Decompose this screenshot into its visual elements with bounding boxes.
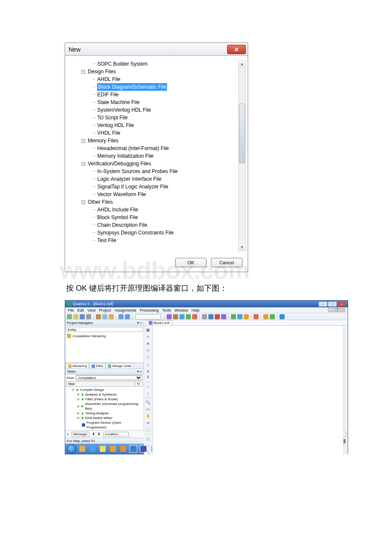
tool-icon[interactable]	[244, 314, 249, 319]
menu-project[interactable]: Project	[99, 308, 111, 312]
open-file-icon[interactable]	[73, 314, 78, 319]
tasks-tree[interactable]: ⊟Compile Design⊞Analysis & Synthesis⊞Fit…	[65, 387, 144, 430]
minimize-icon[interactable]: –	[319, 302, 327, 306]
tree-item[interactable]: −Memory Files	[71, 137, 238, 145]
paste-icon[interactable]	[109, 314, 114, 319]
menu-help[interactable]: Help	[192, 308, 200, 312]
bus-tool-icon[interactable]: ┓	[146, 368, 151, 373]
folder-icon[interactable]	[100, 446, 106, 452]
help-icon[interactable]	[280, 314, 285, 319]
tree-item[interactable]: −Other Files	[71, 198, 238, 206]
tool-icon[interactable]	[221, 314, 226, 319]
task-row[interactable]: ⊞Timing Analysis	[67, 411, 142, 416]
nav-tabs[interactable]: HierarchyFilesDesign Units	[65, 362, 144, 368]
tree-item[interactable]: ┈AHDL File	[71, 75, 238, 83]
menu-bar[interactable]: FileEditViewProjectAssignmentsProcessing…	[65, 307, 348, 313]
copy-icon[interactable]	[102, 314, 107, 319]
hierarchy-row[interactable]: Compilation Hierarchy	[65, 333, 144, 339]
pointer-icon[interactable]: ↖	[146, 334, 151, 339]
menu-view[interactable]: View	[87, 308, 95, 312]
tool-icon[interactable]	[186, 314, 191, 319]
tool-icon[interactable]	[231, 314, 236, 319]
message-type-combo[interactable]: Message:	[72, 432, 90, 437]
expander-icon[interactable]: −	[81, 162, 85, 166]
flip-h-icon[interactable]: ↔	[146, 384, 151, 389]
task-row[interactable]: Program Device (Open Programmer)	[67, 420, 142, 430]
tree-item[interactable]: ┈EDIF File	[71, 91, 238, 98]
tool-icon[interactable]	[192, 314, 197, 319]
pan-icon[interactable]: ⇔	[146, 420, 151, 425]
task-row[interactable]: ⊞Assembler (Generate programming files)	[67, 402, 142, 411]
window-titlebar[interactable]: Quartus II - [Block1.bdf] – □ ×	[65, 301, 348, 307]
close-icon[interactable]: ×	[337, 302, 346, 306]
tool-icon[interactable]	[173, 314, 178, 319]
task-row[interactable]: ⊞Fitter (Place & Route)	[67, 397, 142, 402]
scrollbar-vertical[interactable]: ▲ ▼	[238, 60, 246, 251]
editor-tab-block1[interactable]: Block1.bdf	[146, 320, 172, 325]
file-type-tree[interactable]: ┈SOPC Builder System−Design Files┈AHDL F…	[71, 60, 238, 251]
tree-item[interactable]: ┈Memory Initialization File	[71, 152, 238, 160]
tree-item[interactable]: ┈VHDL File	[71, 129, 238, 137]
menu-file[interactable]: File	[68, 308, 74, 312]
flip-v-icon[interactable]: ↕	[146, 391, 151, 396]
tool-icon[interactable]	[237, 314, 242, 319]
app-icon[interactable]	[141, 446, 147, 452]
panel-pin-icon[interactable]: ▾ ×	[137, 370, 142, 373]
tree-item[interactable]: ┈Hexadecimal (Intel-Format) File	[71, 145, 238, 152]
symbol-tool-icon[interactable]: ◇	[146, 348, 151, 353]
task-row[interactable]: ⊟Compile Design	[67, 387, 142, 392]
tree-item[interactable]: ┈SignalTap II Logic Analyzer File	[71, 183, 238, 191]
wire-tool-icon[interactable]: ┐	[146, 361, 151, 367]
menu-window[interactable]: Window	[174, 308, 188, 312]
scroll-down-icon[interactable]: ▼	[239, 244, 245, 251]
zoom-fit-icon[interactable]: ▭	[146, 407, 151, 412]
dialog-titlebar[interactable]: New	[65, 43, 248, 56]
text-tool-icon[interactable]: A	[146, 341, 151, 346]
undo-icon[interactable]	[118, 314, 124, 319]
tool-icon[interactable]	[167, 314, 172, 319]
menu-assignments[interactable]: Assignments	[114, 308, 136, 312]
explorer-icon[interactable]	[79, 446, 85, 452]
mdi-restore-icon[interactable]: ❐	[334, 308, 339, 312]
nav-tab-design-units[interactable]: Design Units	[106, 363, 133, 368]
tree-item[interactable]: ┈AHDL Include File	[71, 206, 238, 214]
tree-item[interactable]: ┈Logic Analyzer Interface File	[71, 175, 238, 183]
wmp-icon[interactable]	[110, 446, 116, 452]
tree-item[interactable]: −Verification/Debugging Files	[71, 160, 238, 168]
ok-button[interactable]: OK	[175, 258, 207, 267]
block-tool-icon[interactable]: □	[146, 355, 151, 360]
nav-tab-files[interactable]: Files	[89, 363, 105, 368]
close-icon[interactable]	[227, 45, 246, 54]
save-file-icon[interactable]	[80, 314, 85, 319]
tool-icon[interactable]	[202, 314, 207, 319]
mdi-min-icon[interactable]: –	[328, 308, 333, 312]
tool-icon[interactable]	[270, 314, 275, 319]
cancel-button[interactable]: Cancel	[211, 258, 242, 267]
select-tool-icon[interactable]: ▦	[146, 327, 151, 332]
zoom-in-icon[interactable]: 🔍	[146, 400, 151, 405]
tree-item[interactable]: ┈Block Diagram/Schematic File	[71, 83, 238, 91]
main-toolbar[interactable]	[65, 313, 348, 320]
rectangle-tool-icon[interactable]: ▢	[146, 436, 151, 441]
mdi-close-icon[interactable]: ×	[340, 308, 345, 312]
tree-item[interactable]: ┈Chain Description File	[71, 221, 238, 229]
rubberband-icon[interactable]: ⬚	[146, 427, 151, 432]
cut-icon[interactable]	[96, 314, 101, 319]
expander-icon[interactable]: −	[81, 139, 85, 143]
location-combo[interactable]: Location:	[103, 432, 129, 437]
tool-icon[interactable]	[208, 314, 213, 319]
print-icon[interactable]	[86, 314, 91, 319]
editor-tabs[interactable]: Block1.bdf	[144, 320, 348, 326]
hand-tool-icon[interactable]: ✋	[146, 413, 151, 419]
expander-icon[interactable]: −	[81, 70, 85, 74]
project-combo[interactable]	[135, 314, 161, 319]
flow-select[interactable]: Compilation	[76, 375, 142, 380]
scroll-thumb[interactable]	[239, 104, 245, 163]
schematic-canvas[interactable]	[153, 326, 343, 454]
tree-item[interactable]: ┈SOPC Builder System	[71, 60, 238, 68]
tool-icon[interactable]	[254, 314, 259, 319]
maximize-icon[interactable]: □	[328, 302, 337, 306]
quartus-icon[interactable]	[130, 446, 136, 452]
tool-icon[interactable]	[215, 314, 220, 319]
tree-item[interactable]: ┈Vector Waveform File	[71, 191, 238, 198]
